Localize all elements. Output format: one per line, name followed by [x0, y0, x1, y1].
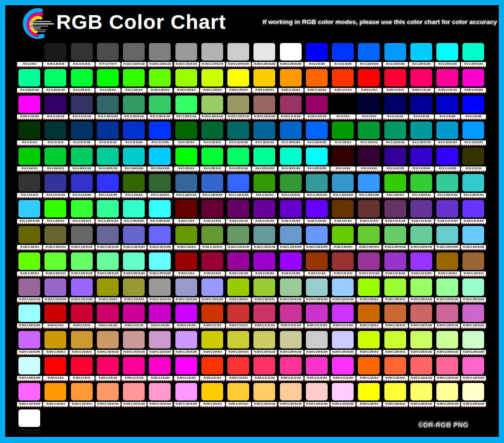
swatch-cell: R:102 G:102 B:153 [95, 226, 121, 252]
swatch-cell: R:255 G:51 B:102 [252, 356, 278, 382]
swatch-cell: R:204 G:51 B:255 [330, 304, 356, 330]
swatch-label: R:204 G:51 B:255 [330, 323, 356, 329]
swatch-cell: R:0 G:255 B:204 [461, 43, 487, 69]
swatch-label: R:204 G:102 B:0 [356, 323, 382, 329]
swatch-cell: R:51 G:0 B:204 [408, 147, 434, 173]
swatch-label: R:153 G:255 B:51 [383, 297, 408, 303]
swatch-label: R:204 G:204 B:102 [252, 350, 277, 355]
swatch-cell: R:204 G:153 B:102 [95, 330, 121, 356]
swatch-cell: R:255 G:153 B:51 [69, 382, 95, 408]
swatch-cell: R:153 G:102 B:51 [461, 252, 487, 278]
color-swatch [123, 304, 145, 322]
swatch-cell: R:51 G:255 B:153 [95, 200, 121, 226]
swatch-cell: R:255 G:153 B:0 [43, 382, 69, 408]
swatch-cell: R:204 G:102 B:102 [408, 304, 434, 330]
color-swatch [201, 122, 223, 139]
swatch-cell: R:153 G:204 B:51 [252, 278, 278, 304]
color-swatch [384, 331, 406, 348]
color-swatch [384, 357, 406, 374]
color-swatch [306, 174, 328, 191]
swatch-label: R:204 G:255 B:102 [409, 350, 434, 355]
swatch-label: R:102 G:0 B:255 [304, 219, 330, 224]
swatch-label: R:204 G:0 B:102 [96, 323, 121, 329]
swatch-cell: R:255 G:0 B:204 [147, 356, 173, 382]
color-swatch [436, 226, 458, 243]
swatch-label: R:51 G:255 B:255 [148, 219, 173, 224]
swatch-label: R:204 G:153 B:51 [70, 350, 95, 355]
swatch-label: R:255 G:153 B:51 [70, 402, 95, 407]
color-swatch [227, 122, 249, 139]
color-swatch [149, 69, 171, 87]
swatch-label: R:51 G:204 B:204 [461, 193, 486, 198]
color-swatch [97, 148, 119, 165]
swatch-cell: R:204 G:204 B:204 [226, 43, 252, 69]
swatch-label: R:204 G:153 B:204 [148, 350, 173, 355]
swatch-cell: R:255 G:204 B:102 [252, 382, 278, 408]
swatch-cell: R:255 G:204 B:51 [226, 382, 252, 408]
swatch-cell: R:0 G:0 B:255 [304, 43, 330, 69]
swatch-cell: R:102 G:255 B:0 [147, 69, 173, 95]
swatch-cell: R:102 G:102 B:102 [121, 43, 147, 69]
swatch-label: R:0 G:102 B:153 [252, 140, 277, 146]
color-swatch [280, 278, 302, 296]
swatch-label: R:102 G:0 B:102 [226, 219, 251, 224]
color-swatch [253, 383, 275, 400]
swatch-cell: R:255 G:153 B:0 [278, 69, 304, 95]
swatch-cell: R:153 G:102 B:0 [434, 252, 461, 278]
swatch-cell: R:51 G:0 B:51 [356, 147, 382, 173]
swatch-label: R:153 G:204 B:51 [252, 297, 277, 303]
swatch-label: R:204 G:153 B:153 [122, 350, 147, 355]
swatch-cell: R:255 G:102 B:0 [356, 356, 382, 382]
color-swatch [332, 331, 354, 348]
swatch-cell: R:255 G:0 B:153 [121, 356, 147, 382]
swatch-cell: R:255 G:51 B:255 [330, 356, 356, 382]
swatch-cell: R:204 G:51 B:153 [278, 304, 304, 330]
color-swatch [227, 304, 249, 322]
swatch-cell: R:204 G:255 B:0 [356, 330, 382, 356]
color-swatch [358, 69, 380, 87]
color-swatch [175, 226, 197, 243]
swatch-cell: R:204 G:255 B:204 [461, 330, 487, 356]
swatch-label: R:255 G:0 B:204 [461, 88, 486, 93]
color-swatch [332, 69, 354, 87]
color-swatch [123, 148, 145, 165]
swatch-cell: R:51 G:204 B:255 [17, 200, 43, 226]
swatch-cell: R:204 G:0 B:204 [147, 304, 173, 330]
color-swatch [18, 304, 40, 322]
swatch-label: R:255 G:204 B:102 [252, 402, 277, 407]
swatch-cell: R:255 G:255 B:102 [408, 382, 434, 408]
print-rings-logo-icon [13, 6, 61, 43]
swatch-label: R:102 G:51 B:51 [356, 219, 382, 224]
color-swatch [44, 174, 66, 191]
swatch-label: R:102 G:204 B:153 [409, 245, 434, 250]
color-swatch [97, 383, 119, 400]
color-swatch [44, 43, 66, 61]
swatch-cell: R:0 G:153 B:255 [382, 43, 408, 69]
swatch-cell: R:204 G:0 B:153 [121, 304, 147, 330]
color-swatch [306, 43, 328, 61]
color-swatch [149, 43, 171, 61]
swatch-label: R:51 G:51 B:0 [461, 166, 486, 172]
color-swatch [123, 383, 145, 400]
swatch-label: R:0 G:51 B:102 [70, 140, 95, 146]
swatch-cell: R:0 G:0 B:255 [461, 95, 487, 121]
swatch-label: R:102 G:0 B:0 [174, 219, 199, 224]
swatch-label: R:51 G:255 B:153 [96, 219, 121, 224]
swatch-cell: R:153 G:153 B:0 [95, 278, 121, 304]
color-swatch [358, 200, 380, 217]
swatch-label: R:0 G:0 B:255 [461, 114, 486, 120]
swatch-cell: R:0 G:255 B:153 [17, 69, 43, 95]
swatch-label: R:153 G:102 B:204 [43, 297, 68, 303]
swatch-label: R:204 G:204 B:0 [200, 350, 225, 355]
swatch-cell: R:0 G:255 B:255 [434, 43, 461, 69]
swatch-cell: R:153 G:204 B:153 [278, 278, 304, 304]
swatch-cell: R:255 G:0 B:102 [408, 69, 434, 95]
color-swatch [436, 174, 458, 191]
swatch-cell: R:204 G:102 B:0 [356, 304, 382, 330]
swatch-cell: R:51 G:102 B:51 [147, 174, 173, 200]
color-swatch [280, 148, 302, 165]
swatch-cell: R:204 G:204 B:255 [330, 330, 356, 356]
color-swatch [227, 174, 249, 191]
swatch-cell: R:51 G:102 B:153 [174, 174, 200, 200]
swatch-label: R:0 G:255 B:204 [278, 166, 304, 172]
